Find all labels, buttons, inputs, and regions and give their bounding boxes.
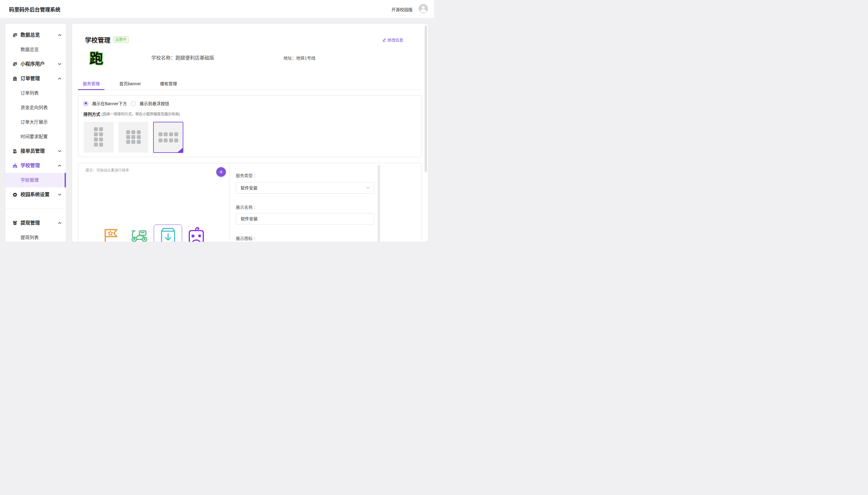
svg-text:¥: ¥	[15, 222, 16, 224]
svg-text:跑: 跑	[89, 51, 103, 66]
